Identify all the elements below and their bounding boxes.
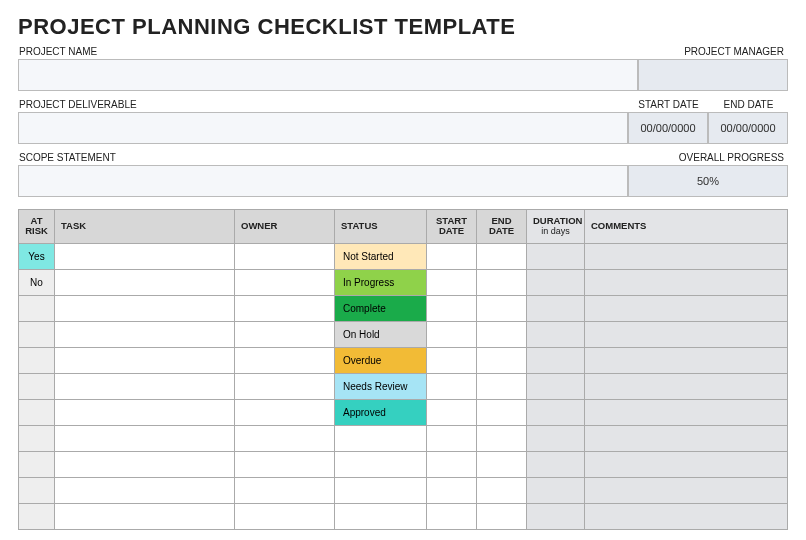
task-cell[interactable] <box>55 321 235 347</box>
duration-cell <box>527 477 585 503</box>
status-chip: Approved <box>335 400 426 425</box>
risk-cell[interactable] <box>19 399 55 425</box>
owner-cell[interactable] <box>235 477 335 503</box>
progress-value: 50% <box>628 165 788 197</box>
duration-cell <box>527 373 585 399</box>
risk-cell[interactable] <box>19 451 55 477</box>
owner-cell[interactable] <box>235 503 335 529</box>
owner-cell[interactable] <box>235 399 335 425</box>
start-date-cell[interactable] <box>427 373 477 399</box>
status-cell[interactable]: On Hold <box>335 321 427 347</box>
col-header-start-date: START DATE <box>427 210 477 244</box>
owner-cell[interactable] <box>235 321 335 347</box>
risk-cell[interactable] <box>19 477 55 503</box>
risk-cell[interactable] <box>19 503 55 529</box>
end-date-cell[interactable] <box>477 321 527 347</box>
task-cell[interactable] <box>55 425 235 451</box>
col-header-duration: DURATION in days <box>527 210 585 244</box>
start-date-cell[interactable] <box>427 477 477 503</box>
end-date-cell[interactable] <box>477 347 527 373</box>
end-date-cell[interactable] <box>477 477 527 503</box>
comments-cell[interactable] <box>585 321 788 347</box>
owner-cell[interactable] <box>235 295 335 321</box>
duration-sub: in days <box>533 227 578 237</box>
start-date-input[interactable]: 00/00/0000 <box>628 112 708 144</box>
risk-cell[interactable] <box>19 347 55 373</box>
status-cell[interactable] <box>335 451 427 477</box>
status-chip: In Progress <box>335 270 426 295</box>
risk-cell[interactable]: Yes <box>19 243 55 269</box>
risk-cell[interactable] <box>19 295 55 321</box>
end-date-cell[interactable] <box>477 503 527 529</box>
start-date-cell[interactable] <box>427 347 477 373</box>
col-header-owner: OWNER <box>235 210 335 244</box>
risk-cell[interactable]: No <box>19 269 55 295</box>
duration-cell <box>527 295 585 321</box>
comments-cell[interactable] <box>585 425 788 451</box>
end-date-cell[interactable] <box>477 243 527 269</box>
owner-cell[interactable] <box>235 451 335 477</box>
start-date-cell[interactable] <box>427 243 477 269</box>
status-cell[interactable]: Overdue <box>335 347 427 373</box>
scope-input[interactable] <box>18 165 628 197</box>
start-date-cell[interactable] <box>427 399 477 425</box>
comments-cell[interactable] <box>585 243 788 269</box>
task-cell[interactable] <box>55 451 235 477</box>
start-date-cell[interactable] <box>427 425 477 451</box>
risk-cell[interactable] <box>19 321 55 347</box>
start-date-cell[interactable] <box>427 295 477 321</box>
project-manager-input[interactable] <box>638 59 788 91</box>
end-date-cell[interactable] <box>477 425 527 451</box>
owner-cell[interactable] <box>235 243 335 269</box>
status-cell[interactable]: Not Started <box>335 243 427 269</box>
owner-cell[interactable] <box>235 373 335 399</box>
owner-cell[interactable] <box>235 347 335 373</box>
status-cell[interactable]: Approved <box>335 399 427 425</box>
status-chip: Complete <box>335 296 426 321</box>
risk-cell[interactable] <box>19 425 55 451</box>
duration-cell <box>527 269 585 295</box>
status-cell[interactable] <box>335 425 427 451</box>
comments-cell[interactable] <box>585 451 788 477</box>
comments-cell[interactable] <box>585 399 788 425</box>
status-cell[interactable]: In Progress <box>335 269 427 295</box>
deliverable-input[interactable] <box>18 112 628 144</box>
status-cell[interactable]: Complete <box>335 295 427 321</box>
owner-cell[interactable] <box>235 425 335 451</box>
comments-cell[interactable] <box>585 477 788 503</box>
task-cell[interactable] <box>55 243 235 269</box>
risk-cell[interactable] <box>19 373 55 399</box>
start-date-cell[interactable] <box>427 321 477 347</box>
col-header-end-date: END DATE <box>477 210 527 244</box>
end-date-input[interactable]: 00/00/0000 <box>708 112 788 144</box>
task-cell[interactable] <box>55 503 235 529</box>
start-date-cell[interactable] <box>427 503 477 529</box>
status-cell[interactable]: Needs Review <box>335 373 427 399</box>
task-cell[interactable] <box>55 347 235 373</box>
status-cell[interactable] <box>335 477 427 503</box>
end-date-cell[interactable] <box>477 269 527 295</box>
end-date-cell[interactable] <box>477 451 527 477</box>
comments-cell[interactable] <box>585 347 788 373</box>
comments-cell[interactable] <box>585 295 788 321</box>
task-cell[interactable] <box>55 373 235 399</box>
table-row: Needs Review <box>19 373 788 399</box>
start-date-cell[interactable] <box>427 451 477 477</box>
task-cell[interactable] <box>55 295 235 321</box>
status-chip: Overdue <box>335 348 426 373</box>
project-name-input[interactable] <box>18 59 638 91</box>
status-cell[interactable] <box>335 503 427 529</box>
owner-cell[interactable] <box>235 269 335 295</box>
task-cell[interactable] <box>55 477 235 503</box>
duration-cell <box>527 347 585 373</box>
table-row <box>19 425 788 451</box>
comments-cell[interactable] <box>585 503 788 529</box>
task-cell[interactable] <box>55 399 235 425</box>
start-date-cell[interactable] <box>427 269 477 295</box>
comments-cell[interactable] <box>585 373 788 399</box>
end-date-cell[interactable] <box>477 399 527 425</box>
comments-cell[interactable] <box>585 269 788 295</box>
end-date-cell[interactable] <box>477 295 527 321</box>
task-cell[interactable] <box>55 269 235 295</box>
end-date-cell[interactable] <box>477 373 527 399</box>
